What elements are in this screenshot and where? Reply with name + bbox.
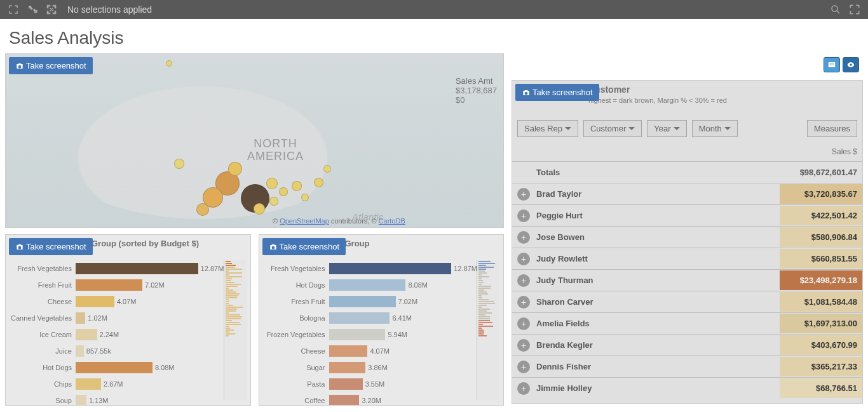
expand-icon[interactable]: +	[517, 188, 530, 201]
bar-value: 8.08M	[155, 362, 175, 373]
fullscreen-icon[interactable]	[846, 3, 863, 17]
bar-label: Soup	[10, 397, 76, 404]
bar-row[interactable]: Fresh Fruit7.02M	[10, 277, 219, 293]
bar: 7.02M	[329, 296, 396, 307]
dim-sales-rep[interactable]: Sales Rep	[517, 120, 578, 137]
row-name: Jimmie Holley	[536, 383, 780, 393]
chart-minimap-2[interactable]	[477, 260, 499, 400]
bar-row[interactable]: Pasta3.55M	[263, 376, 472, 392]
bar-row[interactable]: Coffee3.20M	[263, 392, 472, 406]
bar-row[interactable]: Juice857.55k	[10, 343, 219, 359]
expand-icon[interactable]: +	[517, 339, 530, 352]
bar-label: Fresh Vegetables	[263, 265, 329, 272]
bar-row[interactable]: Cheese4.07M	[263, 343, 472, 359]
chart-budget-sorted[interactable]: Group (sorted by Budget $) Fresh Vegetab…	[5, 234, 251, 406]
chart-minimap-1[interactable]	[224, 260, 247, 400]
expand-icon[interactable]: +	[517, 317, 530, 330]
dim-customer[interactable]: Customer	[583, 120, 642, 137]
bar: 6.41M	[329, 312, 390, 324]
legend-title: Sales Amt	[456, 76, 497, 86]
dim-month[interactable]: Month	[692, 120, 738, 137]
cartodb-link[interactable]: CartoDB	[379, 217, 405, 225]
chart-group[interactable]: Group Fresh Vegetables12.87MHot Dogs8.08…	[259, 234, 505, 406]
chart-area-2: Fresh Vegetables12.87MHot Dogs8.08MFresh…	[263, 260, 472, 402]
bar: 3.55M	[329, 378, 363, 390]
screenshot-button-table[interactable]: Take screenshot	[515, 84, 599, 101]
row-name: Dennis Fisher	[536, 362, 780, 371]
osm-link[interactable]: OpenStreetMap	[280, 217, 329, 225]
bar-row[interactable]: Fresh Vegetables12.87M	[10, 260, 219, 277]
bar-label: Pasta	[263, 380, 329, 388]
expand-icon[interactable]: +	[517, 231, 530, 244]
row-value: $365,217.33	[780, 357, 862, 376]
bar-value: 6.41M	[392, 312, 412, 324]
eye-view-icon[interactable]	[843, 57, 859, 72]
customer-table: Customer highest = dark brown, Margin % …	[512, 80, 863, 404]
bar-row[interactable]: Fresh Fruit7.02M	[263, 293, 472, 310]
chart-title-1: Group (sorted by Budget $)	[92, 239, 199, 248]
search-icon[interactable]	[827, 3, 844, 17]
table-row[interactable]: +Jose Bowen$580,906.84	[512, 226, 862, 248]
bar-value: 12.87M	[454, 263, 477, 274]
expand-icon[interactable]: +	[517, 253, 530, 265]
bar-row[interactable]: Ice Cream2.24M	[10, 326, 219, 343]
svg-point-0	[832, 6, 837, 11]
table-row[interactable]: +Peggie Hurt$422,501.42	[512, 204, 862, 226]
bar: 857.55k	[76, 345, 84, 357]
row-name: Brad Taylor	[536, 189, 780, 199]
bar-value: 7.02M	[145, 279, 165, 291]
card-view-icon[interactable]	[824, 57, 840, 72]
bar-row[interactable]: Canned Vegetables1.02M	[10, 310, 219, 326]
page-title: Sales Analysis	[0, 19, 868, 53]
screenshot-button-chart1[interactable]: Take screenshot	[9, 238, 93, 255]
bar: 1.02M	[76, 312, 85, 324]
bar-label: Cheese	[263, 347, 329, 355]
measures-button[interactable]: Measures	[807, 120, 857, 137]
bar-label: Fresh Fruit	[263, 298, 329, 305]
row-name: Sharon Carver	[536, 297, 780, 307]
bar-value: 3.55M	[365, 378, 385, 390]
bar-row[interactable]: Hot Dogs8.08M	[263, 277, 472, 293]
selection-clear-icon[interactable]	[43, 3, 60, 17]
row-name: Judy Rowlett	[536, 254, 780, 263]
bar-row[interactable]: Bologna6.41M	[263, 310, 472, 326]
table-row[interactable]: +Brad Taylor$3,720,835.67	[512, 183, 862, 204]
table-row[interactable]: +Amelia Fields$1,697,313.00	[512, 312, 862, 334]
bar-value: 3.86M	[368, 362, 388, 373]
bar-row[interactable]: Fresh Vegetables12.87M	[263, 260, 472, 277]
bar: 7.02M	[76, 279, 142, 291]
table-row[interactable]: +Jimmie Holley$68,766.51	[512, 377, 862, 399]
screenshot-button-map[interactable]: Take screenshot	[9, 57, 93, 74]
totals-label: Totals	[536, 168, 775, 177]
selection-forward-icon[interactable]	[24, 3, 41, 17]
row-value: $1,697,313.00	[780, 314, 862, 333]
bar-row[interactable]: Sugar3.86M	[263, 359, 472, 376]
screenshot-button-chart2[interactable]: Take screenshot	[262, 238, 346, 255]
bar-row[interactable]: Hot Dogs8.08M	[10, 359, 219, 376]
bar-row[interactable]: Soup1.13M	[10, 392, 219, 406]
expand-icon[interactable]: +	[517, 361, 530, 373]
selection-status: No selections applied	[67, 4, 152, 15]
dim-year[interactable]: Year	[647, 120, 686, 137]
expand-icon[interactable]: +	[517, 382, 530, 395]
table-row[interactable]: +Judy Rowlett$660,851.55	[512, 248, 862, 269]
selection-back-icon[interactable]	[5, 3, 22, 17]
col-sales[interactable]: Sales $	[775, 147, 857, 156]
bar-value: 2.67M	[104, 378, 123, 390]
table-row[interactable]: +Brenda Kegler$403,670.99	[512, 334, 862, 356]
row-value: $1,081,584.48	[780, 292, 862, 312]
table-row[interactable]: +Sharon Carver$1,081,584.48	[512, 291, 862, 312]
camera-icon	[15, 62, 24, 70]
bar-row[interactable]: Chips2.67M	[10, 376, 219, 392]
bar-row[interactable]: Cheese4.07M	[10, 293, 219, 310]
table-row[interactable]: +Dennis Fisher$365,217.33	[512, 356, 862, 377]
table-row[interactable]: +Judy Thurman$23,498,279.18	[512, 269, 862, 291]
column-headers: Sales $	[512, 142, 862, 161]
expand-icon[interactable]: +	[517, 209, 530, 222]
chart-area-1: Fresh Vegetables12.87MFresh Fruit7.02MCh…	[10, 260, 219, 402]
expand-icon[interactable]: +	[517, 296, 530, 309]
map-panel[interactable]: NORTH AMERICA Atlantic	[5, 53, 504, 228]
bar-row[interactable]: Frozen Vegetables5.94M	[263, 326, 472, 343]
bar-label: Hot Dogs	[10, 364, 76, 371]
expand-icon[interactable]: +	[517, 274, 530, 287]
